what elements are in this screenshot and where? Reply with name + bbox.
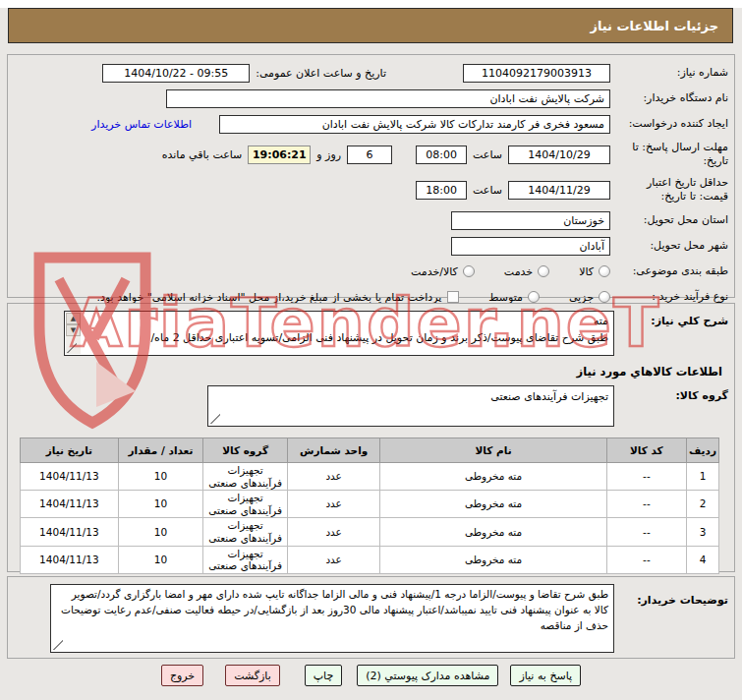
subject-class-label: طبقه بندی موضوعی: <box>610 264 728 278</box>
table-cell: تجهیزات فرآیندهای صنعتی <box>203 463 288 491</box>
view-attachments-button[interactable]: مشاهده مدارک پیوستي (2) <box>357 665 498 686</box>
countdown-label: ساعت باقي مانده <box>162 148 243 161</box>
price-validity-date-field[interactable]: 1404/11/29 <box>508 181 610 200</box>
response-deadline-label: مهلت ارسال پاسخ: تا تاریخ: <box>610 141 728 169</box>
col-header-item-name: نام کالا <box>380 438 606 463</box>
col-header-unit: واحد شمارش <box>287 438 380 463</box>
need-number-field[interactable]: 1104092179003913 <box>463 64 610 83</box>
back-button[interactable]: بازگشت <box>225 665 280 686</box>
announce-datetime-label: تاریخ و ساعت اعلان عمومی: <box>256 67 386 80</box>
goods-group-row: گروه کالا: تجهیزات فرآیندهای صنعتی <box>12 385 728 427</box>
page-top-strip <box>0 0 742 8</box>
col-header-item-code: کد کالا <box>606 438 686 463</box>
response-deadline-hour-label: ساعت <box>473 148 502 161</box>
goods-table: ردیف کد کالا نام کالا واحد شمارش گروه کا… <box>20 438 719 574</box>
process-type-radio-medium[interactable] <box>528 291 540 303</box>
resize-handle-icon[interactable] <box>67 343 77 353</box>
subject-class-option-service: خدمت <box>504 265 533 278</box>
subject-class-radio-goods-service[interactable] <box>463 265 475 277</box>
col-header-row-index: ردیف <box>687 438 719 463</box>
table-cell: 10 <box>118 463 203 491</box>
buyer-notes-label: توضیحات خریدار: <box>614 584 728 658</box>
price-validity-label: حداقل تاریخ اعتبار قیمت: تا تاریخ: <box>610 176 728 204</box>
table-row: 2--مته مخروطیعددتجهیزات فرآیندهای صنعتی1… <box>21 491 719 518</box>
table-cell: 4 <box>687 546 719 573</box>
need-description-row: شرح کلي نیاز: مته طبق شرح تقاضای پیوست/ذ… <box>12 311 728 356</box>
table-cell: -- <box>606 546 686 573</box>
goods-group-label: گروه کالا: <box>614 385 728 427</box>
table-cell: 2 <box>687 491 719 518</box>
countdown-timer: 19:06:21 <box>248 146 311 164</box>
city-label: شهر محل تحویل: <box>610 239 728 253</box>
response-deadline-row: مهلت ارسال پاسخ: تا تاریخ: 1404/10/29 سا… <box>12 137 728 172</box>
subject-class-option-goods-service: کالا/خدمت <box>411 265 458 278</box>
chevron-up-icon[interactable]: ▲ <box>66 313 81 324</box>
respond-button[interactable]: پاسخ به نیاز <box>510 665 581 686</box>
page-title: جزئیات اطلاعات نیاز <box>8 8 733 43</box>
chevron-down-icon[interactable]: ▼ <box>66 324 81 336</box>
exit-button[interactable]: خروج <box>161 665 203 686</box>
table-cell: عدد <box>287 491 380 518</box>
province-row: استان محل تحویل: خوزستان <box>12 207 728 233</box>
subject-class-option-goods: کالا <box>579 265 594 278</box>
table-cell: -- <box>606 491 686 518</box>
buyer-notes-textarea[interactable]: طبق شرح تقاضا و پیوست/الزاما درجه 1/پیشن… <box>50 584 614 653</box>
subject-class-row: طبقه بندی موضوعی: کالا خدمت کالا/خدمت <box>12 259 728 284</box>
table-cell: مته مخروطی <box>380 463 606 491</box>
table-cell: عدد <box>287 463 380 491</box>
table-row: 3--مته مخروطیعددتجهیزات فرآیندهای صنعتی1… <box>21 518 719 546</box>
city-row: شهر محل تحویل: آبادان <box>12 233 728 259</box>
province-label: استان محل تحویل: <box>610 213 728 227</box>
resize-handle-icon[interactable] <box>53 640 63 650</box>
treasury-payment-checkbox[interactable] <box>447 291 459 303</box>
table-row: 1--مته مخروطیعددتجهیزات فرآیندهای صنعتی1… <box>21 463 719 491</box>
buyer-org-label: نام دستگاه خریدار: <box>610 91 728 105</box>
goods-table-body: 1--مته مخروطیعددتجهیزات فرآیندهای صنعتی1… <box>21 463 719 574</box>
print-button[interactable]: چاپ <box>305 665 343 686</box>
table-cell: 1404/11/13 <box>21 491 119 518</box>
treasury-payment-note: پرداخت تمام یا بخشی از مبلغ خرید،از محل … <box>97 291 442 304</box>
need-description-label: شرح کلي نیاز: <box>614 311 728 329</box>
table-cell: عدد <box>287 518 380 546</box>
need-number-row: شماره نیاز: 1104092179003913 تاریخ و ساع… <box>12 60 728 86</box>
buyer-contact-link[interactable]: اطلاعات تماس خریدار <box>91 118 192 131</box>
table-cell: 1404/11/13 <box>21 518 119 546</box>
table-cell: تجهیزات فرآیندهای صنعتی <box>203 518 288 546</box>
table-row: 4--مته مخروطیعددتجهیزات فرآیندهای صنعتی1… <box>21 546 719 573</box>
table-cell: 1404/11/13 <box>21 546 119 573</box>
process-type-option-medium: متوسط <box>488 291 523 304</box>
subject-class-radio-goods[interactable] <box>599 265 610 277</box>
resize-handle-icon[interactable] <box>210 414 220 424</box>
table-cell: عدد <box>287 546 380 573</box>
table-cell: -- <box>606 463 686 491</box>
table-cell: 1404/11/13 <box>21 463 119 491</box>
price-validity-hour-field[interactable]: 18:00 <box>416 181 467 200</box>
process-type-option-partial: جزیی <box>569 291 594 304</box>
table-cell: تجهیزات فرآیندهای صنعتی <box>203 491 288 518</box>
process-type-radio-partial[interactable] <box>599 291 610 303</box>
response-deadline-date-field[interactable]: 1404/10/29 <box>508 146 610 164</box>
city-field[interactable]: آبادان <box>451 237 610 256</box>
table-cell: تجهیزات فرآیندهای صنعتی <box>203 546 288 573</box>
need-description-textarea[interactable]: مته طبق شرح تقاضای پیوست/ذکر برند و زمان… <box>64 311 614 356</box>
goods-group-textarea[interactable]: تجهیزات فرآیندهای صنعتی <box>207 385 614 427</box>
price-validity-hour-label: ساعت <box>473 184 502 197</box>
need-description-line2: طبق شرح تقاضای پیوست/ذکر برند و زمان تحو… <box>85 329 608 346</box>
table-cell: مته مخروطی <box>380 491 606 518</box>
province-field[interactable]: خوزستان <box>451 211 610 230</box>
col-header-group: گروه کالا <box>203 438 288 463</box>
request-creator-row: ایجاد کننده درخواست: مسعود فخری فر کارمن… <box>12 111 728 137</box>
announce-datetime-field[interactable]: 1404/10/22 - 09:55 <box>102 64 250 83</box>
subject-class-radio-service[interactable] <box>538 265 549 277</box>
process-type-label: نوع فرآیند خرید : <box>610 290 728 304</box>
action-buttons: پاسخ به نیاز مشاهده مدارک پیوستي (2) چاپ… <box>0 665 742 686</box>
goods-section-header: اطلاعات کالاهاي مورد نیاز <box>18 365 722 379</box>
price-validity-row: حداقل تاریخ اعتبار قیمت: تا تاریخ: 1404/… <box>12 172 728 207</box>
response-deadline-hour-field[interactable]: 08:00 <box>416 146 467 164</box>
need-description-line1: مته <box>85 313 608 329</box>
table-cell: 1 <box>687 463 719 491</box>
request-creator-field[interactable]: مسعود فخری فر کارمند تدارکات کالا شرکت پ… <box>219 115 610 134</box>
remaining-days-field[interactable]: 6 <box>347 146 392 164</box>
buyer-org-field[interactable]: شرکت پالایش نفت ابادان <box>166 89 610 108</box>
request-creator-label: ایجاد کننده درخواست: <box>610 117 728 131</box>
